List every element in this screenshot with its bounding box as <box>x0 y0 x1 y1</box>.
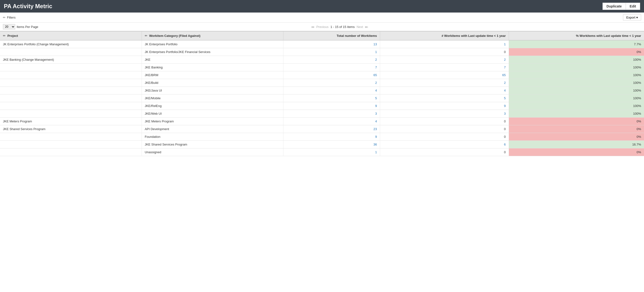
cell-count: 0 <box>380 148 509 156</box>
total-link[interactable]: 13 <box>374 42 377 46</box>
cell-total[interactable]: 9 <box>284 133 380 141</box>
last-page-button[interactable]: ⏭ <box>365 25 368 29</box>
count-link[interactable]: 6 <box>504 143 506 146</box>
cell-category: JKE/BRM <box>142 71 283 79</box>
cell-total[interactable]: 4 <box>284 118 380 125</box>
cell-total[interactable]: 13 <box>284 40 380 48</box>
total-link[interactable]: 2 <box>375 58 377 61</box>
total-link[interactable]: 36 <box>374 143 377 146</box>
cell-pct: 100% <box>509 102 644 110</box>
data-table-container: ✏ Project ✏ Workitem Category (Filed Aga… <box>0 31 644 156</box>
previous-button[interactable]: Previous <box>316 25 328 29</box>
cell-count: 0 <box>380 133 509 141</box>
cell-total[interactable]: 3 <box>284 110 380 118</box>
table-row: JKE Shared Services ProgramAPI Developme… <box>0 125 644 133</box>
count-link[interactable]: 9 <box>504 104 506 108</box>
cell-total[interactable]: 1 <box>284 48 380 56</box>
total-link[interactable]: 65 <box>374 73 377 77</box>
cell-count[interactable]: 4 <box>380 87 509 94</box>
first-page-button[interactable]: ⏮ <box>311 25 314 29</box>
cell-count[interactable]: 2 <box>380 56 509 64</box>
cell-category: Unassigned <box>142 148 283 156</box>
items-per-page-select[interactable]: 10 20 50 100 <box>3 24 15 29</box>
total-link[interactable]: 1 <box>375 150 377 154</box>
pencil-icon: ✏ <box>145 34 147 37</box>
table-row: JK Enterprises Portfolio/JKE Financial S… <box>0 48 644 56</box>
table-row: JKE Banking77100% <box>0 64 644 71</box>
count-link[interactable]: 2 <box>504 58 506 61</box>
count-link[interactable]: 5 <box>504 96 506 100</box>
count-link[interactable]: 4 <box>504 89 506 92</box>
total-link[interactable]: 4 <box>375 89 377 92</box>
cell-category: JK Enterprises Portfolio/JKE Financial S… <box>142 48 283 56</box>
cell-pct: 100% <box>509 79 644 87</box>
cell-total[interactable]: 2 <box>284 79 380 87</box>
count-link[interactable]: 7 <box>504 65 506 69</box>
cell-total[interactable]: 4 <box>284 87 380 94</box>
cell-total[interactable]: 23 <box>284 125 380 133</box>
table-row: JKE/Web UI33100% <box>0 110 644 118</box>
data-table: ✏ Project ✏ Workitem Category (Filed Aga… <box>0 31 644 156</box>
total-link[interactable]: 3 <box>375 112 377 115</box>
total-link[interactable]: 2 <box>375 81 377 85</box>
cell-count[interactable]: 9 <box>380 102 509 110</box>
cell-category: JKE/Mobile <box>142 94 283 102</box>
cell-category: JKE Shared Services Program <box>142 141 283 148</box>
cell-total[interactable]: 9 <box>284 102 380 110</box>
cell-pct: 100% <box>509 110 644 118</box>
pagination-controls: ⏮ Previous 1 - 15 of 15 items Next ⏭ <box>311 25 368 29</box>
edit-button[interactable]: Edit <box>626 3 640 10</box>
total-link[interactable]: 5 <box>375 96 377 100</box>
count-link[interactable]: 2 <box>504 81 506 85</box>
cell-total[interactable]: 2 <box>284 56 380 64</box>
total-link[interactable]: 7 <box>375 65 377 69</box>
cell-category: JKE Banking <box>142 64 283 71</box>
cell-project: JK Enterprises Portfolio (Change Managem… <box>0 40 142 48</box>
duplicate-button[interactable]: Duplicate <box>602 3 626 10</box>
filters-label: Filters <box>7 16 16 19</box>
count-link[interactable]: 65 <box>502 73 506 77</box>
cell-count[interactable]: 2 <box>380 79 509 87</box>
page-info: 1 - 15 of 15 items <box>330 25 354 29</box>
export-label: Export <box>626 16 635 19</box>
cell-pct: 0% <box>509 48 644 56</box>
cell-count[interactable]: 6 <box>380 141 509 148</box>
cell-total[interactable]: 7 <box>284 64 380 71</box>
cell-total[interactable]: 5 <box>284 94 380 102</box>
page-header: PA Activity Metric Duplicate Edit <box>0 0 644 12</box>
cell-pct: 0% <box>509 118 644 125</box>
page-title: PA Activity Metric <box>4 3 52 10</box>
cell-project <box>0 102 142 110</box>
next-button[interactable]: Next <box>356 25 363 29</box>
total-link[interactable]: 4 <box>375 119 377 123</box>
table-row: JKE/Mobile55100% <box>0 94 644 102</box>
cell-project <box>0 148 142 156</box>
total-link[interactable]: 9 <box>375 135 377 139</box>
total-link[interactable]: 23 <box>374 127 377 131</box>
col-header-project: ✏ Project <box>0 31 142 40</box>
cell-project <box>0 110 142 118</box>
cell-count[interactable]: 5 <box>380 94 509 102</box>
cell-total[interactable]: 1 <box>284 148 380 156</box>
cell-pct: 7.7% <box>509 40 644 48</box>
cell-category: JKE/Java UI <box>142 87 283 94</box>
table-row: JKE/RelEng99100% <box>0 102 644 110</box>
count-link[interactable]: 1 <box>504 42 506 46</box>
cell-count[interactable]: 7 <box>380 64 509 71</box>
filters-button[interactable]: ✏ Filters <box>3 16 16 19</box>
cell-count: 0 <box>380 118 509 125</box>
total-link[interactable]: 9 <box>375 104 377 108</box>
cell-project <box>0 71 142 79</box>
next-label: Next <box>356 25 363 29</box>
cell-total[interactable]: 36 <box>284 141 380 148</box>
cell-category: JKE Meters Program <box>142 118 283 125</box>
cell-total[interactable]: 65 <box>284 71 380 79</box>
export-button[interactable]: Export ▾ <box>623 14 641 20</box>
cell-count[interactable]: 65 <box>380 71 509 79</box>
count-link[interactable]: 3 <box>504 112 506 115</box>
cell-project <box>0 133 142 141</box>
cell-pct: 0% <box>509 125 644 133</box>
cell-count[interactable]: 3 <box>380 110 509 118</box>
total-link[interactable]: 1 <box>375 50 377 54</box>
cell-count[interactable]: 1 <box>380 40 509 48</box>
